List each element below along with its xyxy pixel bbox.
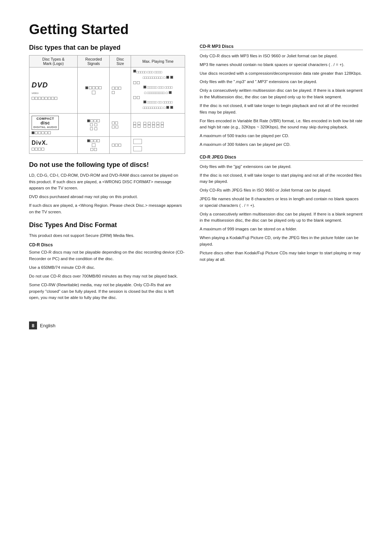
do-not-use-para-3: If such discs are played, a <Wrong Regio…	[29, 202, 185, 216]
mp3-para-1: Only CD-R discs with MP3 files in ISO 96…	[200, 53, 363, 59]
dvd-time-cell: □□□□□ □□□ □□□□ □□□□□□□□□□ □ □□□□□ □□□ □□…	[131, 67, 185, 114]
do-not-use-section: Do not use the following type of discs! …	[29, 161, 185, 216]
divx-time-cell	[131, 136, 185, 153]
cd-r-jpeg-title: CD-R JPEG Discs	[200, 155, 363, 161]
cd-r-para-4: Some CD-RW (Rewritable) media, may not b…	[29, 282, 185, 301]
table-row: COMPACT disc DIGITAL AUDIO	[29, 113, 185, 136]
cd-r-para-3: Do not use CD-R discs over 700MB/80 minu…	[29, 273, 185, 280]
disc-format-heading: Disc Types And Disc Format	[29, 221, 185, 229]
dvd-logo-cell: DVD video	[29, 67, 78, 114]
jpeg-para-5: Only a consecutively written multisessio…	[200, 211, 363, 224]
page-layout: Disc types that can be played Disc Types…	[29, 44, 363, 307]
left-column: Disc types that can be played Disc Types…	[29, 44, 185, 307]
dvd-signals-cell	[78, 67, 110, 114]
col-header-size: DiscSize	[110, 56, 131, 67]
jpeg-para-4: JPEG file names should be 8 characters o…	[200, 196, 363, 209]
divx-signals-cell	[78, 136, 110, 153]
disc-types-table: Disc Types &Mark (Logo) RecordedSignals …	[29, 55, 185, 154]
cd-r-title: CD-R Discs	[29, 242, 185, 247]
mp3-para-5: Only a consecutively written multisessio…	[200, 87, 363, 100]
dvd-size-cell	[110, 67, 131, 114]
dvd-checkbox-row	[32, 97, 57, 100]
jpeg-para-6: A maximum of 999 images can be stored on…	[200, 226, 363, 233]
cd-logo-cell: COMPACT disc DIGITAL AUDIO	[29, 113, 78, 136]
mp3-para-7: For files encoded in Variable Bit Rate (…	[200, 118, 363, 131]
do-not-use-para-2: DVD discs purchased abroad may not play …	[29, 194, 185, 200]
col-header-signals: RecordedSignals	[78, 56, 110, 67]
cd-signals-cell	[78, 113, 110, 136]
do-not-use-para-1: LD, CD-G, CD-I, CD-ROM, DVD-ROM and DVD-…	[29, 172, 185, 192]
cd-r-para-2: Use a 650MB/74 minute CD-R disc.	[29, 264, 185, 271]
cd-time-cell	[131, 113, 185, 136]
disc-format-section: Disc Types And Disc Format This product …	[29, 221, 185, 301]
jpeg-para-1: Only files with the "jpg" extensions can…	[200, 164, 363, 170]
jpeg-para-7: When playing a Kodak/Fuji Picture CD, on…	[200, 235, 363, 248]
mp3-para-2: MP3 file names should contain no blank s…	[200, 62, 363, 68]
do-not-use-heading: Do not use the following type of discs!	[29, 161, 185, 169]
mp3-para-4: Only files with the ".mp3" and ".MP3" ex…	[200, 79, 363, 85]
disc-types-heading: Disc types that can be played	[29, 44, 185, 52]
mp3-para-6: If the disc is not closed, it will take …	[200, 103, 363, 116]
cd-r-mp3-section: CD-R MP3 Discs Only CD-R discs with MP3 …	[200, 44, 363, 148]
jpeg-para-2: If the disc is not closed, it will take …	[200, 172, 363, 185]
table-row: DVD video	[29, 67, 185, 114]
page-title: Getting Started	[29, 22, 363, 37]
jpeg-para-8: Picture discs other than Kodak/Fuji Pict…	[200, 250, 363, 263]
divx-logo-cell: DivX.	[29, 136, 78, 153]
col-header-time: Max. Playing Time	[131, 56, 185, 67]
cd-r-mp3-title: CD-R MP3 Discs	[200, 44, 363, 50]
mp3-para-9: A maximum of 300 folders can be played p…	[200, 141, 363, 148]
divx-size-cell	[110, 136, 131, 153]
cd-size-cell	[110, 113, 131, 136]
cd-r-para-1: Some CD-R discs may not be playable depe…	[29, 249, 185, 262]
jpeg-para-3: Only CD-Rs with JPEG files in ISO 9660 o…	[200, 187, 363, 194]
cd-r-jpeg-section: CD-R JPEG Discs Only files with the "jpg…	[200, 155, 363, 263]
right-column: CD-R MP3 Discs Only CD-R discs with MP3 …	[200, 44, 363, 307]
page-number-box: 8	[29, 321, 37, 329]
page-number-label: English	[40, 323, 56, 328]
col-header-logo: Disc Types &Mark (Logo)	[29, 56, 78, 67]
page-footer: 8 English	[29, 321, 363, 329]
mp3-para-8: A maximum of 500 tracks can be played pe…	[200, 133, 363, 139]
mp3-para-3: Use discs recorded with a compression/de…	[200, 70, 363, 77]
disc-format-intro: This product does not support Secure (DR…	[29, 233, 185, 239]
table-row: DivX.	[29, 136, 185, 153]
